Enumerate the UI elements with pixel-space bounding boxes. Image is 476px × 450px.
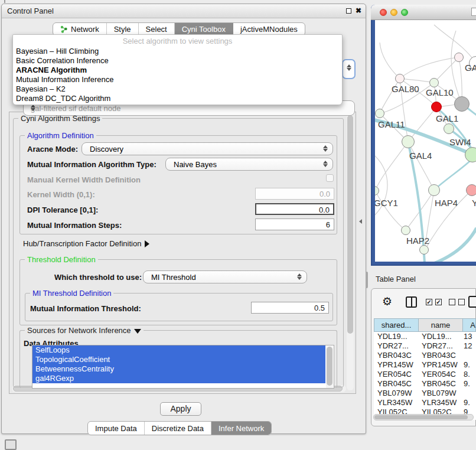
close-traffic-icon[interactable] (380, 9, 387, 16)
splitter-arrow-icon[interactable] (359, 219, 362, 224)
table-row[interactable]: YBR043C YBR043C (374, 351, 476, 360)
node-table: shared... name A YDL19... YDL19... 13 YD… (374, 318, 476, 420)
network-canvas[interactable]: GAL GAL80 GAL10 GAL1 GAL11 SWI4 GAL4 GCY… (375, 20, 476, 262)
gear-icon[interactable]: ⚙ (382, 295, 392, 308)
mi-threshold-field[interactable]: 0.5 (251, 302, 329, 314)
zoom-traffic-icon[interactable] (401, 9, 408, 16)
table-row[interactable]: YDR27... YDR27... 12 (374, 341, 476, 351)
algorithm-option[interactable]: Basic Correlation Inference (13, 56, 342, 66)
algorithm-option[interactable]: Dream8 DC_TDC Algorithm (13, 94, 342, 103)
node-y-partial[interactable] (466, 184, 476, 196)
node-gal4[interactable] (402, 135, 415, 148)
docked-panel-stub-icon[interactable] (5, 439, 17, 450)
tab-infer-network[interactable]: Infer Network (211, 422, 271, 435)
unchecked-checkbox-icon[interactable] (458, 299, 465, 305)
node-gal-partial[interactable] (454, 53, 464, 62)
algorithm-combo-endcap[interactable] (342, 59, 356, 79)
node-gal1[interactable] (431, 102, 442, 112)
attribute-item-selected[interactable]: SelfLoops (32, 345, 325, 355)
tab-network[interactable]: Network (53, 23, 107, 35)
node-label: GAL (465, 63, 476, 73)
unchecked-checkbox-icon[interactable] (449, 299, 455, 305)
threshold-definition-title: Threshold Definition (25, 255, 98, 264)
algorithm-option[interactable]: Bayesian – Hill Climbing (13, 47, 342, 56)
column-header-name[interactable]: name (419, 319, 463, 331)
mi-type-combo[interactable]: Naive Bayes (165, 158, 333, 171)
settings-vertical-scrollbar[interactable] (347, 114, 354, 390)
control-panel-titlebar: Control Panel ✖ (2, 4, 366, 18)
minimize-traffic-icon[interactable] (390, 9, 397, 16)
tab-jactivemnodules[interactable]: jActiveMNodules (233, 23, 305, 35)
mi-steps-label: Mutual Information Steps: (27, 221, 122, 230)
kernel-width-field[interactable]: 0.0 (255, 188, 334, 200)
settings-scroll-pane: Cyni Algorithm Settings Algorithm Defini… (9, 112, 356, 394)
attributes-scrollbar[interactable] (326, 346, 333, 389)
apply-button[interactable]: Apply (160, 402, 201, 416)
node-label: SWI4 (449, 137, 471, 147)
column-header-shared-name[interactable]: shared... (374, 319, 419, 331)
node-gal10[interactable] (429, 78, 439, 87)
network-icon (60, 25, 68, 33)
table-row[interactable]: YPR145W YPR145W 9. (374, 360, 476, 370)
stepper-icon (347, 64, 352, 71)
table-row[interactable]: YLR345W YLR345W 9. (374, 398, 476, 407)
tab-select[interactable]: Select (139, 23, 175, 35)
mi-steps-field[interactable]: 6 (255, 219, 334, 230)
titlebar-field-stub (471, 8, 476, 16)
algorithm-option-selected[interactable]: ARACNE Algorithm (13, 66, 342, 75)
node-below-gal1[interactable] (444, 123, 454, 134)
tab-style[interactable]: Style (107, 23, 139, 35)
node-gal80[interactable] (395, 74, 405, 83)
node-bottom-partial[interactable] (419, 245, 429, 255)
sources-group-title[interactable]: Sources for Network Inference (25, 326, 144, 335)
mi-type-label: Mutual Information Algorithm Type: (27, 160, 157, 169)
table-row[interactable]: YBR045C YBR045C 9. (374, 379, 476, 389)
column-header-partial[interactable]: A (463, 319, 476, 331)
algorithm-option[interactable]: Bayesian – K2 (13, 84, 342, 94)
checked-checkbox-icon[interactable]: ✓ (426, 299, 432, 305)
collapsed-arrow-icon (145, 240, 149, 247)
splitter-handle[interactable] (366, 272, 368, 288)
algorithm-dropdown-prompt: Select algorithm to view settings (13, 36, 342, 47)
tab-impute-data[interactable]: Impute Data (88, 422, 145, 435)
algorithm-definition-title: Algorithm Definition (25, 131, 96, 140)
hub-definition-toggle[interactable]: Hub/Transcription Factor Definition (23, 239, 149, 248)
stepper-icon (297, 273, 302, 281)
node-label: GAL80 (392, 84, 419, 94)
column-layout-icon[interactable] (406, 296, 417, 308)
which-threshold-combo[interactable]: MI Threshold (143, 270, 307, 283)
stepper-icon (323, 145, 328, 152)
node-gal11[interactable] (375, 109, 384, 118)
dpi-tolerance-field[interactable]: 0.0 (255, 203, 334, 215)
which-threshold-label: Which threshold to use: (54, 273, 142, 282)
threshold-definition-group: Threshold Definition Which threshold to … (19, 259, 337, 325)
cyni-bottom-tabs: Impute Data Discretize Data Infer Networ… (87, 421, 272, 435)
node-label: GCY1 (375, 198, 398, 208)
aracne-mode-combo[interactable]: Discovery (81, 142, 333, 155)
node-label: GAL1 (436, 113, 458, 123)
tab-cyni-toolbox[interactable]: Cyni Toolbox (175, 23, 233, 35)
checked-checkbox-icon[interactable]: ✓ (435, 299, 442, 305)
mi-threshold-group: MI Threshold Definition Mutual Informati… (25, 293, 333, 321)
float-panel-icon[interactable] (346, 8, 351, 14)
node-hap2[interactable] (401, 226, 410, 235)
algorithm-option[interactable]: Mutual Information Inference (13, 75, 342, 84)
attribute-item-selected[interactable]: TopologicalCoefficient (32, 355, 325, 364)
attribute-item-selected[interactable]: BetweennessCentrality (32, 364, 325, 374)
node-gray[interactable] (454, 96, 470, 112)
node-hap4[interactable] (428, 184, 440, 196)
table-row[interactable]: YER054C YER054C 8. (374, 370, 476, 379)
node-label: GAL11 (378, 119, 405, 129)
new-table-icon[interactable] (468, 296, 476, 308)
tab-discretize-data[interactable]: Discretize Data (145, 422, 211, 435)
table-horizontal-scrollbar[interactable] (373, 414, 474, 420)
attribute-item-selected[interactable]: gal4RGexp (32, 374, 325, 383)
node-swi4[interactable] (465, 147, 476, 162)
network-window-titlebar[interactable] (371, 5, 476, 20)
table-row[interactable]: YDL19... YDL19... 13 (374, 332, 476, 341)
network-source-combo-value: gal-filtered sif default node (31, 104, 120, 113)
stepper-icon (323, 160, 328, 168)
close-icon[interactable]: ✖ (356, 6, 361, 15)
manual-kernel-checkbox[interactable] (326, 174, 334, 182)
table-row[interactable]: YBL079W YBL079W (374, 389, 476, 398)
